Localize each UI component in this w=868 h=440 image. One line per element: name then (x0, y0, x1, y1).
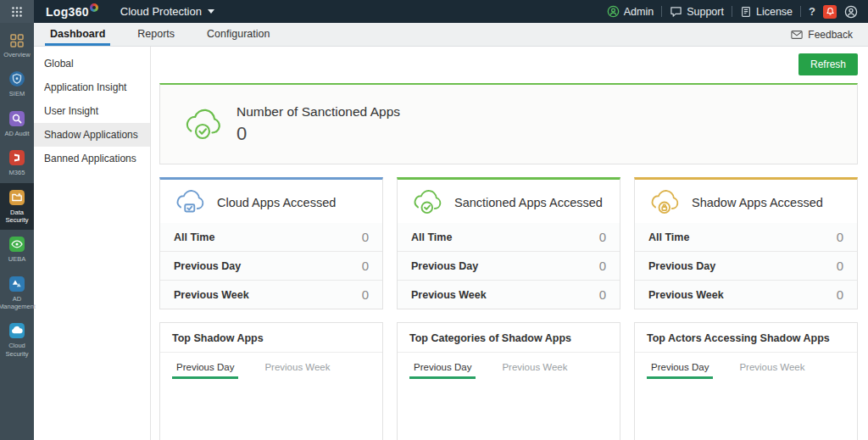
tab-dashboard[interactable]: Dashboard (34, 23, 121, 46)
user-avatar-icon (844, 5, 858, 19)
stat-row-label: Previous Day (411, 260, 478, 272)
eye-icon (8, 236, 25, 253)
sidebar-item-overview[interactable]: Overview (0, 27, 34, 64)
stat-row-all-time: All Time 0 (160, 223, 382, 251)
divider (800, 6, 801, 17)
stat-row-value: 0 (599, 230, 606, 244)
stat-row-label: All Time (648, 231, 689, 243)
folder-icon (8, 189, 25, 206)
sidebar-item-siem[interactable]: SIEM (0, 64, 34, 103)
product-logo: Log360 (46, 5, 98, 19)
cloud-apps-accessed-card: Cloud Apps Accessed All Time 0 Previous … (159, 177, 383, 309)
stat-row-previous-week: Previous Week 0 (160, 280, 382, 309)
top-actors-shadow-apps-card: Top Actors Accessing Shadow Apps Previou… (634, 322, 858, 440)
summary-value: 0 (236, 123, 400, 145)
tab-previous-day[interactable]: Previous Day (409, 354, 476, 379)
sidebar-item-data-security[interactable]: Data Security (0, 183, 34, 231)
stat-row-previous-day: Previous Day 0 (160, 251, 382, 280)
rail-item-label: SIEM (9, 90, 25, 97)
stat-row-value: 0 (837, 230, 843, 244)
ad-triangle-icon (8, 276, 25, 292)
help-question-icon: ? (809, 5, 815, 18)
rail-item-label: M365 (9, 169, 25, 176)
admin-user-icon (607, 5, 620, 18)
stat-card-header: Shadow Apps Accessed (635, 180, 857, 223)
top-categories-shadow-apps-card: Top Categories of Shadow Apps Previous D… (397, 322, 620, 440)
feedback-button[interactable]: Feedback (791, 23, 868, 46)
list-card-tabs: Previous Day Previous Week (160, 354, 382, 379)
stat-row-all-time: All Time 0 (398, 223, 620, 251)
siem-shield-icon (8, 70, 25, 87)
feedback-label: Feedback (808, 29, 853, 41)
account-button[interactable] (844, 5, 858, 19)
logo-swirl-icon (90, 3, 98, 12)
app-launcher-button[interactable] (0, 0, 34, 23)
stat-card-header: Sanctioned Apps Accessed (398, 180, 620, 223)
module-switcher[interactable]: Cloud Protection (120, 5, 214, 18)
stat-row-previous-week: Previous Week 0 (398, 280, 620, 309)
stat-row-label: Previous Week (648, 289, 724, 301)
grid-squares-icon (9, 33, 25, 48)
tab-reports[interactable]: Reports (121, 23, 191, 46)
top-bar: Log360 Cloud Protection Admin Support (0, 0, 868, 23)
top-shadow-apps-card: Top Shadow Apps Previous Day Previous We… (159, 322, 383, 440)
notifications-button[interactable] (823, 5, 837, 19)
stat-row-label: Previous Week (174, 289, 249, 301)
stat-row-label: Previous Day (174, 260, 241, 272)
stat-row-label: All Time (411, 231, 452, 243)
stat-row-previous-day: Previous Day 0 (398, 251, 620, 280)
submenu-item-banned-applications[interactable]: Banned Applications (34, 147, 150, 170)
stat-row-value: 0 (362, 287, 369, 302)
support-label: Support (687, 6, 724, 18)
stat-card-row: Cloud Apps Accessed All Time 0 Previous … (159, 177, 858, 309)
stat-row-value: 0 (362, 259, 369, 273)
chat-bubble-icon (670, 5, 682, 18)
help-button[interactable]: ? (809, 5, 815, 18)
dashboard-submenu: Global Application Insight User Insight … (34, 47, 151, 440)
product-name: Log360 (46, 5, 89, 19)
tab-previous-week[interactable]: Previous Week (260, 354, 334, 379)
sidebar-item-ad-audit[interactable]: AD Audit (0, 104, 34, 143)
module-tab-bar: Dashboard Reports Configuration Feedback (34, 23, 868, 47)
rail-item-label: Cloud Security (1, 342, 33, 358)
sidebar-item-cloud-security[interactable]: Cloud Security (0, 316, 34, 364)
tab-previous-day[interactable]: Previous Day (172, 354, 238, 379)
submenu-item-shadow-applications[interactable]: Shadow Applications (34, 123, 150, 147)
stat-row-value: 0 (599, 287, 606, 302)
submenu-item-application-insight[interactable]: Application Insight (34, 75, 150, 99)
topbar-actions: Admin Support License ? (607, 5, 868, 19)
stat-row-label: Previous Week (411, 289, 487, 301)
list-card-row: Top Shadow Apps Previous Day Previous We… (159, 322, 858, 440)
list-card-title: Top Categories of Shadow Apps (398, 323, 620, 353)
sidebar-item-ad-management[interactable]: AD Management (0, 270, 34, 317)
shadow-apps-accessed-card: Shadow Apps Accessed All Time 0 Previous… (634, 177, 858, 309)
submenu-item-global[interactable]: Global (34, 52, 150, 75)
tab-previous-day[interactable]: Previous Day (647, 354, 713, 379)
stat-row-value: 0 (599, 259, 606, 273)
sanctioned-apps-summary-card: Number of Sanctioned Apps 0 (159, 83, 858, 164)
list-card-title: Top Shadow Apps (160, 323, 382, 353)
admin-label: Admin (624, 6, 654, 18)
divider (661, 6, 662, 17)
app-grid-icon (11, 6, 23, 18)
summary-title: Number of Sanctioned Apps (236, 104, 400, 120)
toolbar-row: Refresh (159, 47, 858, 83)
module-name: Cloud Protection (120, 5, 202, 18)
stat-row-label: All Time (174, 231, 214, 243)
cloud-shield-check-icon (409, 188, 443, 216)
cloud-shield-check-icon (181, 107, 223, 142)
admin-menu[interactable]: Admin (607, 5, 654, 18)
submenu-item-user-insight[interactable]: User Insight (34, 99, 150, 123)
rail-item-label: AD Audit (4, 130, 29, 137)
tab-configuration[interactable]: Configuration (191, 23, 286, 46)
sidebar-item-m365[interactable]: M365 (0, 143, 34, 182)
summary-text: Number of Sanctioned Apps 0 (236, 104, 400, 145)
license-menu[interactable]: License (740, 6, 793, 18)
stat-card-header: Cloud Apps Accessed (160, 180, 382, 223)
refresh-button[interactable]: Refresh (798, 53, 858, 75)
support-menu[interactable]: Support (670, 5, 724, 18)
stat-row-value: 0 (837, 259, 843, 273)
sidebar-item-ueba[interactable]: UEBA (0, 230, 34, 269)
tab-previous-week[interactable]: Previous Week (735, 354, 809, 379)
tab-previous-week[interactable]: Previous Week (498, 354, 571, 379)
